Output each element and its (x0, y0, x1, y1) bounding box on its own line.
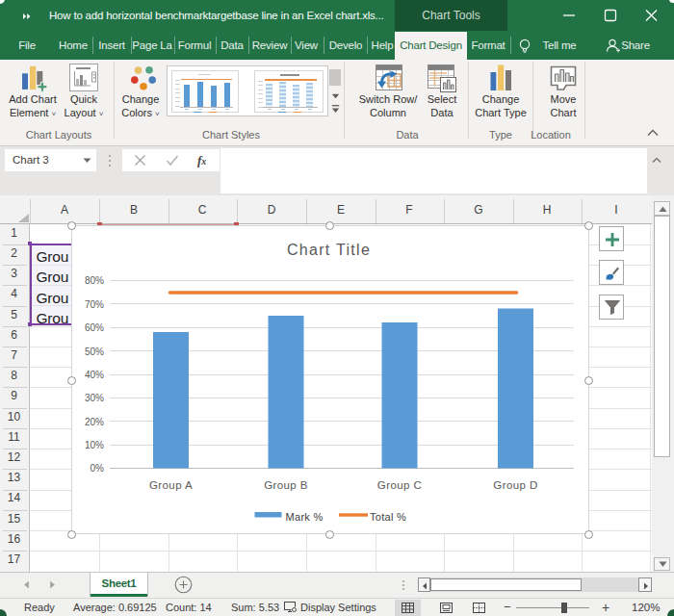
svg-text:80%: 80% (85, 275, 104, 286)
svg-text:Group A: Group A (149, 479, 193, 491)
svg-text:10%: 10% (85, 440, 104, 450)
svg-text:70%: 70% (85, 299, 104, 310)
svg-text:Chart Title: Chart Title (287, 242, 371, 258)
svg-text:Group C: Group C (377, 479, 422, 491)
svg-text:30%: 30% (85, 393, 104, 403)
svg-text:Group D: Group D (493, 479, 537, 491)
svg-text:60%: 60% (85, 322, 104, 333)
svg-text:40%: 40% (85, 370, 104, 380)
svg-text:20%: 20% (85, 417, 104, 427)
svg-text:Mark %: Mark % (286, 511, 324, 523)
svg-text:Total %: Total % (370, 511, 406, 523)
svg-text:0%: 0% (91, 463, 105, 474)
svg-text:Group B: Group B (264, 479, 308, 491)
svg-text:50%: 50% (85, 346, 104, 357)
